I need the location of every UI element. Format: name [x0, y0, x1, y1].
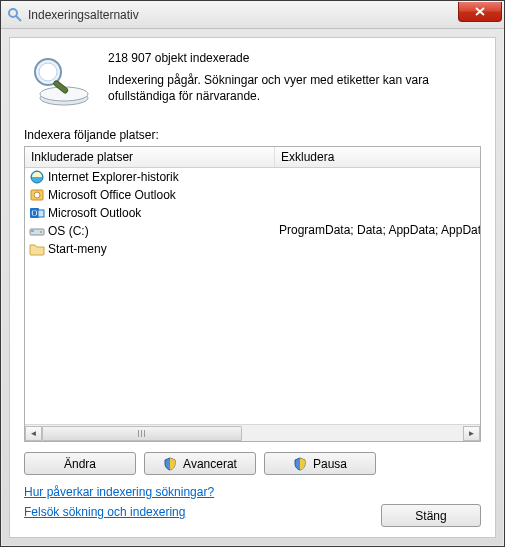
- row-name: Microsoft Office Outlook: [48, 188, 176, 202]
- column-exclude[interactable]: Exkludera: [275, 147, 480, 167]
- advanced-button[interactable]: Avancerat: [144, 452, 256, 475]
- close-icon[interactable]: [458, 2, 502, 22]
- window-title: Indexeringsalternativ: [28, 8, 458, 22]
- help-link[interactable]: Hur påverkar indexering sökningar?: [24, 485, 214, 499]
- office-icon: [29, 187, 45, 203]
- indexing-options-window: Indexeringsalternativ 218 907 objekt ind…: [0, 0, 505, 547]
- cell-exclude: [275, 186, 480, 204]
- pause-label: Pausa: [313, 457, 347, 471]
- cell-exclude: [275, 204, 480, 222]
- svg-point-10: [34, 192, 40, 198]
- cell-exclude: ProgramData; Data; AppData; AppData; App…: [275, 222, 480, 240]
- app-icon: [7, 7, 23, 23]
- scroll-thumb[interactable]: [42, 426, 242, 441]
- cell-exclude: [275, 240, 480, 258]
- summary-text: 218 907 objekt indexerade Indexering påg…: [108, 50, 481, 110]
- button-row: Ändra Avancerat Pausa: [24, 452, 481, 475]
- svg-point-16: [40, 231, 42, 233]
- ie-icon: [29, 169, 45, 185]
- close-button[interactable]: Stäng: [381, 504, 481, 527]
- cell-included: OS (C:): [25, 222, 275, 240]
- svg-point-5: [39, 63, 57, 81]
- svg-line-1: [16, 16, 21, 21]
- svg-rect-15: [31, 230, 34, 232]
- list-row[interactable]: Microsoft Office Outlook: [25, 186, 480, 204]
- titlebar: Indexeringsalternativ: [1, 1, 504, 29]
- list-row[interactable]: Start-meny: [25, 240, 480, 258]
- indexed-count: 218 907 objekt indexerade: [108, 50, 481, 66]
- cell-exclude: [275, 168, 480, 186]
- row-name: Microsoft Outlook: [48, 206, 141, 220]
- scroll-left-button[interactable]: ◄: [25, 426, 42, 441]
- row-name: Start-meny: [48, 242, 107, 256]
- list-row[interactable]: Internet Explorer-historik: [25, 168, 480, 186]
- summary-row: 218 907 objekt indexerade Indexering påg…: [24, 50, 481, 110]
- pause-button[interactable]: Pausa: [264, 452, 376, 475]
- content-panel: 218 907 objekt indexerade Indexering påg…: [9, 37, 496, 538]
- cell-included: Microsoft Office Outlook: [25, 186, 275, 204]
- footer: Stäng: [381, 504, 481, 527]
- advanced-label: Avancerat: [183, 457, 237, 471]
- modify-button[interactable]: Ändra: [24, 452, 136, 475]
- locations-list: Inkluderade platser Exkludera Internet E…: [24, 146, 481, 442]
- troubleshoot-link[interactable]: Felsök sökning och indexering: [24, 505, 185, 519]
- list-header: Inkluderade platser Exkludera: [25, 147, 480, 168]
- magnifier-drive-icon: [24, 50, 94, 110]
- list-row[interactable]: OS (C:)ProgramData; Data; AppData; AppDa…: [25, 222, 480, 240]
- horizontal-scrollbar[interactable]: ◄ ►: [25, 424, 480, 441]
- folder-icon: [29, 241, 45, 257]
- shield-icon: [293, 457, 307, 471]
- svg-text:O: O: [32, 209, 38, 218]
- svg-rect-13: [38, 210, 44, 217]
- scroll-track[interactable]: [42, 426, 463, 441]
- list-row[interactable]: OMicrosoft Outlook: [25, 204, 480, 222]
- locations-label: Indexera följande platser:: [24, 128, 481, 142]
- close-label: Stäng: [415, 509, 446, 523]
- disk-icon: [29, 223, 45, 239]
- cell-included: Start-meny: [25, 240, 275, 258]
- cell-included: Internet Explorer-historik: [25, 168, 275, 186]
- row-name: Internet Explorer-historik: [48, 170, 179, 184]
- column-included[interactable]: Inkluderade platser: [25, 147, 275, 167]
- outlook-icon: O: [29, 205, 45, 221]
- svg-point-0: [9, 9, 17, 17]
- scroll-right-button[interactable]: ►: [463, 426, 480, 441]
- list-body: Internet Explorer-historikMicrosoft Offi…: [25, 168, 480, 424]
- cell-included: OMicrosoft Outlook: [25, 204, 275, 222]
- shield-icon: [163, 457, 177, 471]
- indexing-status: Indexering pågår. Sökningar och vyer med…: [108, 72, 481, 104]
- row-name: OS (C:): [48, 224, 89, 238]
- modify-label: Ändra: [64, 457, 96, 471]
